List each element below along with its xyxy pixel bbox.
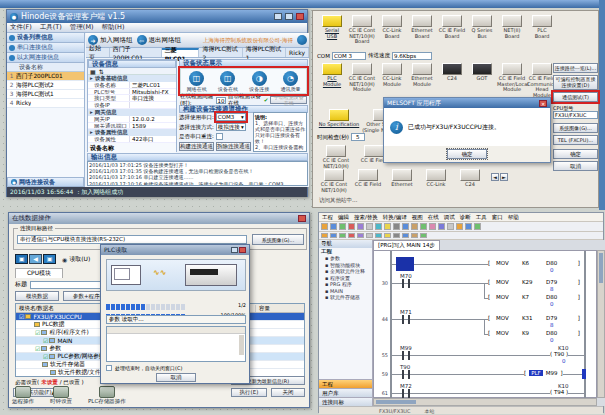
row-checkbox[interactable]: ☑ (35, 345, 40, 352)
toolbar-button[interactable] (411, 233, 418, 238)
ok-button[interactable]: 确定 (553, 149, 598, 159)
property-row[interactable]: 设备IP (88, 102, 176, 109)
document-tab[interactable]: [PRG]写入 MAIN 14步 (373, 240, 440, 250)
toolbar-button[interactable] (357, 223, 364, 230)
vertical-scrollbar[interactable] (597, 250, 605, 398)
property-group[interactable]: ▸ 设备属性信息 (88, 129, 176, 136)
close-button[interactable]: 关闭 (271, 388, 305, 397)
module-button[interactable]: CC IE Field Board (437, 15, 467, 45)
tab-三菱PLC01[interactable]: 三菱PLC01 (162, 48, 200, 57)
module-button[interactable]: PLC Board (527, 15, 557, 45)
toolbar-button[interactable] (393, 233, 400, 238)
property-row[interactable]: PLC型号Mitsubishi-FX (88, 89, 176, 96)
horizontal-scrollbar[interactable] (373, 398, 597, 406)
comm-test-button[interactable]: 通信测试(T) (553, 92, 598, 102)
contact-T90[interactable] (402, 370, 410, 379)
system-image-button[interactable]: 系统图像(G)... (553, 123, 598, 133)
project-tree-root[interactable]: 工程 (319, 248, 372, 255)
module-button[interactable]: CC-Link (419, 169, 453, 193)
module-button[interactable]: CC IE Field Master/Local Module (497, 63, 527, 98)
manual-detect-button[interactable]: 手动检测设备在线 (270, 96, 307, 104)
auto-close-checkbox[interactable] (106, 365, 112, 371)
module-button[interactable]: CC-Link Module (377, 63, 407, 98)
toolbar-button[interactable] (384, 223, 391, 230)
remove-channel-button[interactable]: 拆除连接通道 (216, 142, 251, 151)
function-clock-setting[interactable]: 时钟设置 (50, 386, 72, 405)
detect-interval-value[interactable]: 10 (216, 97, 226, 104)
row-checkbox[interactable]: ☑ (43, 353, 48, 360)
close-icon[interactable] (298, 215, 306, 222)
toolbar-button[interactable] (321, 233, 328, 238)
melsoft-ok-button[interactable]: 确定 (447, 149, 487, 159)
sidebar-section-0[interactable]: 设备列表信息 (7, 33, 84, 43)
toolbar-button[interactable] (375, 223, 382, 230)
row-checkbox[interactable]: ☑ (35, 329, 40, 336)
menu-item[interactable]: 帮助(H) (102, 23, 125, 32)
toolbar-button[interactable] (339, 223, 346, 230)
toolbar-button[interactable] (438, 223, 445, 230)
com-port-select[interactable]: COM3▾ (216, 113, 246, 121)
plc-read-titlebar[interactable]: PLC读取 (101, 245, 249, 255)
function-plc-memory[interactable]: PLC存储器操作 (88, 386, 126, 405)
toolbar-button[interactable] (402, 223, 409, 230)
module-button[interactable]: NET(II) Board (497, 15, 527, 45)
list-scrollbar[interactable] (239, 335, 244, 355)
toolbar-button[interactable] (366, 223, 373, 230)
gx-menu-item[interactable]: 工具 (476, 214, 487, 221)
toolbar-button[interactable] (357, 233, 364, 238)
close-button[interactable] (296, 13, 304, 20)
gx-menu-item[interactable]: 调试 (444, 214, 455, 221)
tel-button[interactable]: TEL (FXCPU)... (553, 135, 598, 145)
com-field[interactable]: COM 3 (332, 52, 366, 60)
tree-item[interactable]: ▪ 全局软元件注释 (319, 268, 372, 275)
row-checkbox[interactable]: ☑ (43, 337, 48, 344)
gx-toolbar-2[interactable] (319, 232, 603, 240)
gx-menu-item[interactable]: 在线 (428, 214, 439, 221)
module-button[interactable]: Serial USB (317, 15, 347, 45)
contact-M99[interactable] (402, 351, 410, 360)
scroll-right-icon[interactable]: ► (500, 173, 508, 181)
property-group[interactable]: ▸ 网关信息 (88, 109, 176, 116)
execute-button[interactable]: 执行(E) (231, 388, 267, 397)
module-button[interactable]: Ethernet (385, 169, 419, 193)
property-row[interactable]: 接口类型串口连接 (88, 95, 176, 102)
nav-tab-工程[interactable]: 工程 (319, 379, 372, 388)
module-button[interactable]: C24 (453, 169, 487, 193)
contact-M72[interactable] (402, 389, 410, 398)
module-button[interactable]: No Specification (317, 109, 361, 133)
toolbar-button[interactable] (474, 223, 481, 230)
tab-起始页[interactable]: 起始页 (86, 48, 110, 57)
user-icon[interactable] (297, 35, 307, 45)
tab-cpu-module[interactable]: CPU模块 (15, 268, 63, 278)
output-log[interactable]: 2016/11/03 17:01:25 设备连接类型打开！2016/11/03 … (87, 161, 308, 186)
connect-mode-select[interactable]: 模拟连接▾ (216, 123, 246, 131)
gx-menu-item[interactable]: 搜索/替换 (354, 214, 378, 221)
speed-field[interactable]: 9.6Kbps (392, 52, 432, 60)
tab-海得PLC测试2[interactable]: 海得PLC测试2 (199, 48, 242, 57)
toolbar-button[interactable] (402, 233, 409, 238)
menu-item[interactable]: 管理(M) (70, 23, 94, 32)
sidebar-section-1[interactable]: 串口连接信息 (7, 43, 84, 53)
module-button[interactable]: Q Series Bus (467, 15, 497, 45)
toolbar-button[interactable] (465, 223, 472, 230)
module-button[interactable]: CC IE Cont NET/10(H) Module (347, 63, 377, 98)
module-button[interactable]: PLC Module (317, 63, 347, 98)
contact-M71[interactable] (402, 315, 410, 324)
direct-connect-button[interactable]: 可编程控制器直接连接设置(D) (553, 75, 598, 90)
toolbar-button[interactable] (384, 233, 391, 238)
station-scroll[interactable]: ◄► (491, 173, 508, 181)
device-row[interactable]: 4Ricky (7, 99, 84, 108)
tree-item[interactable]: ▪ 软元件存储器 (319, 294, 372, 301)
gx-menu-item[interactable]: 视图 (412, 214, 423, 221)
gx-menu-item[interactable]: 诊断 (460, 214, 471, 221)
online-data-titlebar[interactable]: 在线数据操作 (9, 213, 309, 224)
property-sort-bar[interactable]: ▦⇅ (88, 68, 176, 75)
minimize-button[interactable] (274, 13, 282, 20)
cancel-button[interactable]: 取消 (156, 373, 196, 382)
module-button[interactable]: CC IE Cont NET/10(H) (317, 145, 355, 169)
auto-close-row[interactable]: 处理结束时，自动关闭窗口(C) (106, 365, 182, 371)
function-remote-operation[interactable]: 远程操作 (12, 386, 34, 405)
property-row[interactable]: 网关IP12.0.0.2 (88, 116, 176, 123)
ladder-canvas[interactable]: [MOVK6D80]030M70[MOVK29D79]8[MOVK7D80]04… (373, 250, 597, 398)
toolbar-button[interactable] (330, 223, 337, 230)
